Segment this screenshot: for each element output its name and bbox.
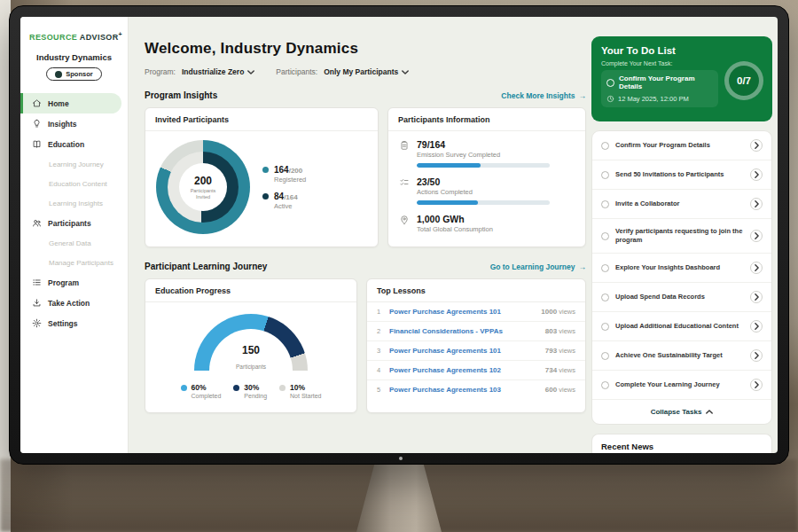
sidebar-item-take-action[interactable]: Take Action: [20, 293, 128, 313]
not-started-dot-icon: [279, 385, 286, 391]
recent-news-card: Recent News: [591, 434, 772, 453]
checkbox-icon[interactable]: [601, 200, 609, 208]
task-row[interactable]: Upload Spend Data Records: [592, 283, 771, 312]
stat-value: 1,000 GWh: [417, 214, 493, 224]
sponsor-label: Sponsor: [66, 70, 92, 78]
task-row[interactable]: Verify participants requesting to join t…: [592, 219, 771, 254]
checkbox-icon[interactable]: [601, 293, 609, 301]
active-label: Active: [274, 202, 298, 210]
gear-icon: [32, 318, 42, 328]
chevron-down-icon: [402, 70, 409, 74]
lesson-row[interactable]: 2 Financial Considerations - VPPAs 803 v…: [367, 322, 585, 341]
program-select[interactable]: Industrialize Zero: [182, 67, 254, 76]
checkbox-icon[interactable]: [601, 323, 609, 331]
monitor: RESOURCE ADVISOR+ Industry Dynamics Spon…: [9, 5, 789, 465]
chevron-right-icon[interactable]: [750, 379, 763, 391]
lesson-row[interactable]: 1 Power Purchase Agreements 101 1000 vie…: [367, 302, 585, 322]
registered-dot-icon: [262, 167, 269, 173]
chevron-right-icon[interactable]: [750, 230, 763, 242]
chevron-right-icon[interactable]: [750, 168, 763, 181]
task-label: Send 50 Invitations to Participants: [615, 170, 744, 179]
sidebar-item-learning-journey[interactable]: Learning Journey: [20, 154, 128, 174]
sidebar-item-label: Manage Participants: [49, 259, 113, 267]
program-selected-value: Industrialize Zero: [182, 67, 244, 76]
education-gauge-chart: 150 Participants: [194, 314, 308, 372]
check-more-insights-link[interactable]: Check More Insights →: [501, 91, 586, 100]
sidebar-item-learning-insights[interactable]: Learning Insights: [20, 193, 128, 213]
home-icon: [32, 98, 42, 108]
go-to-learning-journey-link[interactable]: Go to Learning Journey →: [490, 262, 586, 271]
sidebar-item-label: Insights: [48, 120, 77, 129]
lesson-row[interactable]: 5 Power Purchase Agreements 103 600 view…: [367, 380, 585, 399]
gauge-legend: 60% Completed 30% Pending: [145, 383, 356, 399]
sidebar-item-home[interactable]: Home: [20, 93, 121, 113]
sidebar-item-participants[interactable]: Participants: [20, 213, 128, 233]
stat-value: 23/50: [417, 176, 550, 187]
checkbox-icon[interactable]: [601, 232, 609, 240]
todo-next-box: Confirm Your Program Details 12 May 2025…: [601, 70, 718, 107]
section-title: Participant Learning Journey: [145, 262, 267, 271]
sidebar-item-settings[interactable]: Settings: [20, 313, 128, 333]
gauge-center: 150 Participants: [194, 344, 308, 372]
download-icon: [32, 298, 42, 308]
task-row[interactable]: Upload Additional Educational Content: [592, 312, 771, 341]
checkbox-icon[interactable]: [601, 381, 609, 389]
sidebar-item-manage-participants[interactable]: Manage Participants: [20, 253, 128, 272]
lesson-row[interactable]: 3 Power Purchase Agreements 101 793 view…: [367, 341, 585, 361]
lesson-link[interactable]: Power Purchase Agreements 102: [389, 366, 539, 374]
sidebar-item-label: Learning Insights: [49, 200, 103, 207]
task-row[interactable]: Explore Your Insights Dashboard: [592, 254, 771, 283]
checkbox-icon[interactable]: [601, 142, 609, 150]
stat-value: 79/164: [417, 139, 550, 150]
todo-next-task[interactable]: Confirm Your Program Details: [606, 74, 713, 90]
participants-information-card: Participants Information 79/164 Emission…: [387, 107, 586, 247]
lesson-link[interactable]: Power Purchase Agreements 101: [389, 347, 539, 355]
brand-plus: +: [119, 31, 123, 37]
sidebar-item-education-content[interactable]: Education Content: [20, 174, 128, 193]
sidebar-item-program[interactable]: Program: [20, 272, 128, 293]
task-row[interactable]: Achieve One Sustainability Target: [592, 341, 771, 371]
lesson-link[interactable]: Financial Considerations - VPPAs: [389, 327, 539, 335]
checkbox-icon[interactable]: [601, 264, 609, 272]
arrow-right-icon: →: [579, 262, 587, 271]
sidebar-item-label: Home: [48, 99, 69, 108]
legend-pending: 30% Pending: [233, 383, 267, 399]
participants-select[interactable]: Only My Participants: [324, 67, 409, 76]
task-row[interactable]: Complete Your Learning Journey: [592, 371, 771, 400]
lesson-row[interactable]: 4 Power Purchase Agreements 102 734 view…: [367, 361, 585, 380]
lesson-link[interactable]: Power Purchase Agreements 103: [389, 386, 539, 394]
sidebar-nav: Home Insights Education Learning Journey…: [20, 93, 128, 333]
lesson-views: 600 views: [545, 386, 575, 394]
registered-label: Registered: [274, 176, 306, 184]
sponsor-badge[interactable]: Sponsor: [46, 67, 101, 81]
page-title: Welcome, Industry Dynamics: [145, 40, 586, 58]
checkbox-icon[interactable]: [601, 352, 609, 360]
sidebar-item-general-data[interactable]: General Data: [20, 233, 128, 253]
collapse-tasks-button[interactable]: Collapse Tasks: [592, 400, 771, 424]
legend-value: 10%: [290, 383, 321, 392]
task-row[interactable]: Send 50 Invitations to Participants: [592, 160, 771, 190]
checkbox-icon[interactable]: [601, 171, 609, 179]
program-filter-label: Program:: [145, 67, 176, 76]
sidebar-item-insights[interactable]: Insights: [20, 113, 128, 134]
chevron-right-icon[interactable]: [750, 139, 763, 152]
sidebar-item-label: Education: [48, 140, 84, 149]
chevron-right-icon[interactable]: [750, 262, 763, 274]
actions-completed-stat: 23/50 Actions Completed: [388, 168, 585, 206]
lesson-rank: 5: [377, 386, 383, 394]
checkbox-icon[interactable]: [606, 79, 614, 87]
donut-center-label: Participants Invited: [184, 188, 222, 200]
todo-panel: Your To Do List Complete Your Next Task:…: [591, 17, 772, 453]
task-row[interactable]: Confirm Your Program Details: [592, 131, 771, 160]
task-row[interactable]: Invite a Collaborator: [592, 190, 771, 219]
card-title: Invited Participants: [145, 108, 378, 131]
chevron-right-icon[interactable]: [750, 349, 763, 362]
chevron-right-icon[interactable]: [750, 320, 763, 332]
sponsor-icon: [55, 71, 62, 78]
chevron-right-icon[interactable]: [750, 198, 763, 210]
chevron-right-icon[interactable]: [750, 291, 763, 303]
lesson-link[interactable]: Power Purchase Agreements 101: [389, 308, 535, 316]
sidebar-item-education[interactable]: Education: [20, 134, 128, 154]
legend-value: 60%: [192, 383, 222, 392]
todo-next-label: Confirm Your Program Details: [619, 74, 713, 90]
